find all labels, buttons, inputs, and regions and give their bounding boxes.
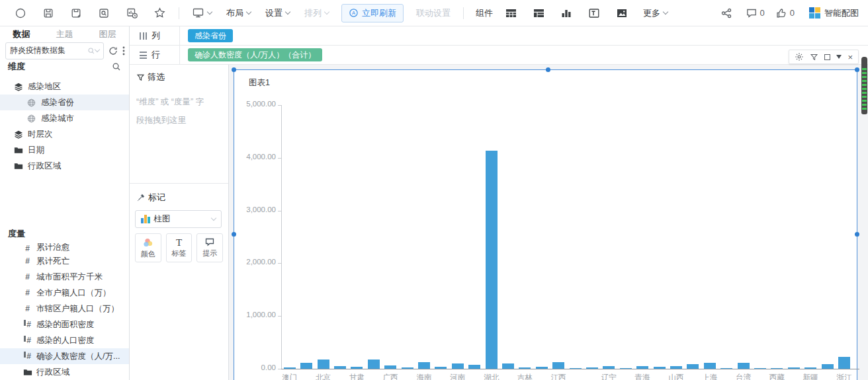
column-pill-province[interactable]: 感染省份	[188, 29, 233, 42]
dimension-item-感染城市[interactable]: 感染城市	[0, 110, 129, 126]
dimension-item-感染省份[interactable]: 感染省份	[0, 95, 129, 110]
bar-item-21[interactable]	[620, 368, 632, 369]
bar-海南[interactable]	[418, 362, 430, 369]
tab-theme[interactable]: 主题	[43, 28, 86, 40]
resize-handle[interactable]	[855, 67, 859, 72]
smart-chart-button[interactable]: 智能配图	[809, 7, 859, 19]
image-component-icon[interactable]	[613, 5, 630, 22]
filter-mark-panel: 筛选 “维度” 或 “度量” 字 段拖拽到这里 标记 柱图	[130, 65, 229, 380]
table-component-icon[interactable]	[502, 5, 519, 22]
dimension-item-感染地区[interactable]: 感染地区	[0, 79, 129, 95]
bar-item-10[interactable]	[435, 367, 447, 369]
bar-西藏[interactable]	[771, 368, 783, 369]
widget-close-icon[interactable]: ×	[847, 53, 853, 61]
dimension-item-日期[interactable]: 日期	[0, 142, 129, 158]
bar-item-16[interactable]	[536, 367, 548, 369]
measure-item-累计死亡[interactable]: #累计死亡	[0, 253, 129, 269]
measure-item-确诊人数密度（人/万...[interactable]: #确诊人数密度（人/万...	[0, 348, 129, 364]
like-button[interactable]: 0	[775, 5, 795, 22]
bar-item-31[interactable]	[788, 367, 800, 369]
bar-item-8[interactable]	[402, 367, 413, 369]
bar-青海[interactable]	[636, 366, 648, 369]
bar-台湾[interactable]	[738, 363, 750, 369]
bar-上海[interactable]	[704, 363, 716, 369]
bar-item-4[interactable]	[334, 366, 346, 369]
chart-widget[interactable]: 图表1 澳门北京甘肃广西海南河南湖北吉林江西辽宁青海山西上海台湾西藏新疆浙江5,…	[234, 69, 857, 380]
color-button[interactable]: 颜色	[135, 233, 161, 262]
tooltip-button[interactable]: 提示	[196, 233, 223, 262]
bar-item-29[interactable]	[754, 368, 766, 369]
undo-icon[interactable]	[12, 5, 29, 22]
refresh-dataset-icon[interactable]	[108, 46, 118, 56]
bar-item-14[interactable]	[502, 363, 514, 369]
bar-item-23[interactable]	[654, 367, 666, 369]
export-schedule-icon[interactable]	[123, 5, 140, 22]
dimension-item-label: 行政区域	[28, 161, 61, 172]
chevron-down-icon	[324, 9, 329, 15]
chart-component-icon[interactable]	[558, 5, 575, 22]
bar-河南[interactable]	[452, 363, 464, 369]
bar-浙江[interactable]	[838, 357, 850, 369]
bar-广西[interactable]	[384, 365, 396, 369]
widget-maximize-icon[interactable]	[824, 54, 830, 60]
bar-吉林[interactable]	[519, 367, 531, 369]
bar-item-12[interactable]	[468, 365, 480, 369]
bar-湖北[interactable]	[486, 151, 498, 369]
bar-item-2[interactable]	[300, 363, 312, 369]
resize-handle[interactable]	[546, 67, 550, 72]
text-component-icon[interactable]	[586, 5, 603, 22]
measure-item-市辖区户籍人口（万）[interactable]: #市辖区户籍人口（万）	[0, 301, 129, 317]
bar-山西[interactable]	[670, 366, 682, 369]
bar-item-18[interactable]	[570, 368, 582, 369]
measure-item-行政区域[interactable]: 行政区域	[0, 364, 129, 380]
bar-item-25[interactable]	[687, 364, 699, 369]
save-as-icon[interactable]	[67, 5, 85, 22]
bar-item-6[interactable]	[368, 360, 380, 369]
widget-menu-dropdown-icon[interactable]	[836, 55, 842, 59]
settings-dropdown[interactable]: 设置	[265, 7, 290, 19]
tab-data[interactable]: 数据	[0, 28, 43, 40]
more-dropdown[interactable]: 更多	[643, 7, 668, 19]
favorite-star-icon[interactable]	[151, 5, 168, 22]
bar-辽宁[interactable]	[603, 366, 615, 369]
bar-甘肃[interactable]	[351, 367, 363, 369]
layout-dropdown[interactable]: 布局	[226, 7, 251, 19]
filter-drop-zone[interactable]: “维度” 或 “度量” 字 段拖拽到这里	[130, 83, 228, 130]
dimension-item-行政区域[interactable]: 行政区域	[0, 158, 129, 174]
bar-江西[interactable]	[552, 362, 564, 369]
measure-item-城市面积平方千米[interactable]: #城市面积平方千米	[0, 269, 129, 285]
dataset-select[interactable]: 肺炎疫情数据集	[5, 42, 104, 59]
folder-icon	[13, 162, 23, 170]
kebab-menu-icon[interactable]	[122, 46, 125, 56]
share-icon[interactable]	[718, 5, 735, 22]
resize-handle[interactable]	[232, 67, 236, 72]
resize-handle[interactable]	[855, 232, 859, 237]
row-pill-measure[interactable]: 确诊人数密度（人/万人）（合计）	[188, 48, 322, 61]
bar-澳门[interactable]	[284, 367, 296, 369]
pivot-table-component-icon[interactable]	[530, 5, 547, 22]
resize-handle[interactable]	[232, 232, 236, 237]
widget-filter-icon[interactable]	[810, 53, 818, 61]
bar-item-27[interactable]	[720, 368, 732, 369]
bar-新疆[interactable]	[804, 367, 816, 369]
dashboard-canvas[interactable]: 图表1 澳门北京甘肃广西海南河南湖北吉林江西辽宁青海山西上海台湾西藏新疆浙江5,…	[229, 65, 868, 380]
preview-icon[interactable]	[95, 5, 112, 22]
measure-item-感染的面积密度[interactable]: #感染的面积密度	[0, 317, 129, 332]
tab-layer[interactable]: 图层	[86, 28, 129, 40]
measure-item-感染的人口密度[interactable]: #感染的人口密度	[0, 332, 129, 348]
vertical-scrollbar[interactable]	[861, 57, 867, 114]
device-view-dropdown[interactable]	[192, 7, 212, 19]
save-icon[interactable]	[40, 5, 57, 22]
chart-type-select[interactable]: 柱图	[135, 210, 222, 228]
measure-item-累计治愈[interactable]: #累计治愈	[0, 243, 129, 253]
dimension-item-时层次[interactable]: 时层次	[0, 126, 129, 142]
measure-item-全市户籍人口（万）[interactable]: #全市户籍人口（万）	[0, 285, 129, 301]
comment-button[interactable]: 0	[746, 5, 765, 22]
label-button[interactable]: T 标签	[166, 233, 193, 262]
search-icon[interactable]	[112, 62, 121, 71]
refresh-now-button[interactable]: A 立即刷新	[341, 4, 404, 22]
bar-北京[interactable]	[318, 360, 329, 369]
widget-settings-gear-icon[interactable]	[795, 52, 804, 61]
bar-item-33[interactable]	[822, 364, 834, 369]
bar-item-19[interactable]	[586, 367, 598, 369]
